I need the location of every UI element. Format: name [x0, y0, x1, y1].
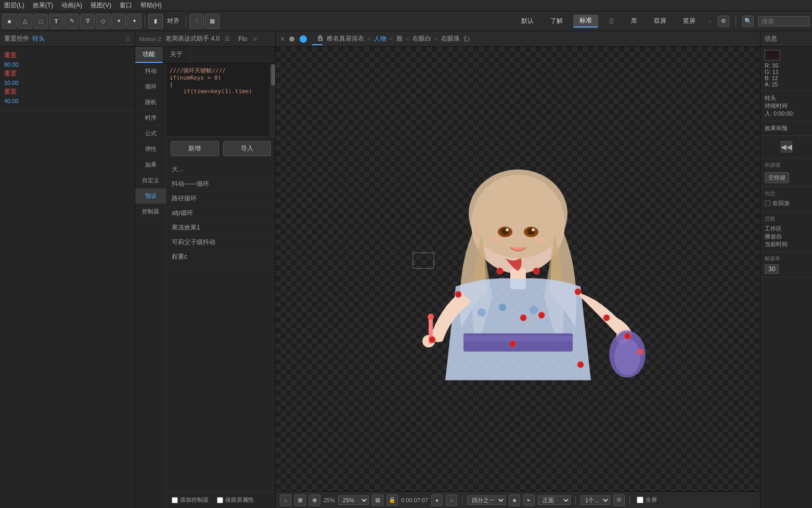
vp-comp-btn[interactable]: ▦	[372, 494, 383, 506]
import-btn[interactable]: 导入	[223, 141, 272, 156]
menu-item-view[interactable]: 视图(V)	[91, 1, 111, 10]
sidebar-random[interactable]: 随机	[135, 95, 166, 110]
viewport-canvas[interactable]	[276, 47, 760, 491]
nav-tab-small[interactable]: ☰	[602, 16, 621, 27]
breadcrumb-righteye[interactable]: 右眼白	[413, 34, 431, 43]
fullscreen-checkbox[interactable]: 全屏	[637, 496, 657, 504]
list-item-7[interactable]: 权重c	[166, 250, 275, 264]
settings-btn[interactable]: ⚙	[718, 16, 729, 27]
nav-tab-dual[interactable]: 双屏	[648, 15, 673, 27]
tool-pen[interactable]: ✎	[65, 14, 79, 29]
fullscreen-input[interactable]	[637, 497, 643, 503]
sidebar-if[interactable]: 如果	[135, 157, 166, 173]
tool-select[interactable]: ■	[2, 14, 17, 29]
tool-rotate[interactable]: △	[18, 14, 32, 29]
reset-btn-1[interactable]: 重置	[4, 51, 131, 60]
vp-viewer-btn[interactable]: ■	[509, 494, 520, 506]
left-panel-menu[interactable]: ☰	[125, 35, 131, 43]
tool-scale[interactable]: □	[33, 14, 48, 29]
nav-tab-library[interactable]: 库	[625, 15, 643, 27]
tool-anchor[interactable]: ∇	[80, 14, 95, 29]
vp-lock-icon[interactable]	[300, 35, 307, 43]
menu-bar: 图层(L) 效果(T) 动画(A) 视图(V) 窗口 帮助(H)	[0, 0, 812, 11]
sidebar-custom[interactable]: 自定义	[135, 173, 166, 188]
nav-tab-learn[interactable]: 了解	[544, 15, 569, 27]
framerate-value[interactable]: 30	[765, 264, 779, 274]
expr-motion2[interactable]: Motion 2	[139, 36, 161, 42]
sidebar-seq[interactable]: 时序	[135, 110, 166, 126]
vp-camera-btn[interactable]: ●	[431, 494, 443, 506]
sidebar-formula[interactable]: 公式	[135, 126, 166, 142]
vp-lock-btn[interactable]: 🔒	[386, 494, 398, 506]
nav-tab-default[interactable]: 默认	[515, 15, 540, 27]
add-controller-checkbox[interactable]: 添加控制器	[172, 496, 209, 504]
expr-tab-about[interactable]: 关于	[163, 47, 190, 63]
list-item-3[interactable]: 路径循环	[166, 192, 275, 206]
reset-btn-3[interactable]: 重置	[4, 87, 131, 96]
sidebar-controller[interactable]: 控制器	[135, 204, 166, 220]
expr-settings[interactable]: ☰	[225, 35, 230, 42]
vp-fast-btn[interactable]: ▸	[523, 494, 535, 506]
vp-mask-btn[interactable]: ◉	[309, 494, 320, 506]
add-btn[interactable]: 新增	[171, 141, 219, 156]
tool-snapping[interactable]: ⋮	[189, 14, 204, 29]
loopback-checkbox[interactable]	[765, 200, 770, 206]
tool-grid[interactable]: ▦	[205, 14, 220, 29]
playback-btn: ◀◀	[761, 136, 812, 158]
sidebar-spring[interactable]: 弹性	[135, 142, 166, 157]
view-select[interactable]: 正面 左视图	[538, 496, 571, 505]
breadcrumb-person[interactable]: 人物	[374, 34, 386, 43]
list-item-6[interactable]: 可莉父子级抖动	[166, 235, 275, 250]
vp-color-dot	[289, 36, 294, 42]
nav-tab-standard[interactable]: 标准	[573, 15, 598, 28]
svg-point-33	[603, 315, 610, 321]
menu-item-help[interactable]: 帮助(H)	[140, 1, 162, 10]
expr-more[interactable]: »	[253, 35, 257, 43]
play-btn[interactable]: ◀◀	[781, 141, 792, 153]
comp-count-select[interactable]: 1个...	[581, 496, 610, 505]
expr-flo[interactable]: Flo	[238, 35, 247, 43]
expr-tab-function[interactable]: 功能	[135, 47, 163, 63]
list-item-2[interactable]: 抖动——循环	[166, 177, 275, 192]
tool-puppet[interactable]: ✦	[127, 14, 141, 29]
sidebar-shake[interactable]: 抖动	[135, 63, 166, 79]
tool-text[interactable]: T	[49, 14, 63, 29]
vp-settings-btn[interactable]: ⚙	[613, 494, 625, 506]
search-btn[interactable]: 🔍	[742, 16, 754, 27]
vp-view-btn[interactable]: ▣	[294, 494, 306, 506]
left-panel-title-active[interactable]: 转头	[32, 34, 45, 43]
menu-item-layers[interactable]: 图层(L)	[4, 1, 24, 10]
sidebar-preset[interactable]: 预设	[135, 188, 166, 204]
keep-attrs-input[interactable]	[217, 497, 223, 503]
tool-paint[interactable]: ◇	[96, 14, 110, 29]
search-input[interactable]	[758, 16, 810, 27]
add-controller-input[interactable]	[172, 497, 178, 503]
breadcrumb-pupil[interactable]: 右眼珠	[441, 34, 460, 43]
shortcut-key[interactable]: 空格键	[765, 172, 789, 183]
menu-item-animation[interactable]: 动画(A)	[61, 1, 82, 10]
zoom-select[interactable]: 25% 50% 100%	[338, 496, 369, 505]
list-item-5[interactable]: 果冻效果1	[166, 221, 275, 235]
keep-attrs-checkbox[interactable]: 保留原属性	[217, 496, 254, 504]
nav-tab-vertical[interactable]: 竖屏	[677, 15, 702, 27]
tool-clone[interactable]: ✦	[111, 14, 126, 29]
sidebar-loop[interactable]: 循环	[135, 79, 166, 95]
reset-btn-2[interactable]: 重置	[4, 69, 131, 78]
breadcrumb-root[interactable]: 椎名真昼浴衣	[327, 34, 364, 43]
viewport-area: ✕ 合成 人物 ☰ | 图层 左高光2 素材（无） 椎名真昼浴衣 < 人物 < …	[276, 31, 760, 508]
menu-item-effects[interactable]: 效果(T)	[33, 1, 53, 10]
svg-point-23	[614, 339, 640, 375]
list-item-1[interactable]: 大...	[166, 162, 275, 177]
code-editor[interactable]: ////循环关键帧//// if(numKeys > 0) { if(time<…	[166, 63, 270, 136]
vp-home-btn[interactable]: ⌂	[280, 494, 291, 506]
menu-item-window[interactable]: 窗口	[120, 1, 132, 10]
code-scrollbar[interactable]	[270, 63, 275, 136]
svg-point-28	[575, 289, 581, 295]
quality-select[interactable]: 四分之一 二分之一 完整	[467, 496, 506, 505]
vp-close-icon[interactable]: ✕	[280, 35, 285, 43]
vp-color-btn[interactable]: ○	[446, 494, 457, 506]
tool-align[interactable]: ▮	[148, 14, 163, 29]
list-item-4[interactable]: afp循环	[166, 206, 275, 221]
breadcrumb-face[interactable]: 脸	[396, 34, 403, 43]
nav-overflow[interactable]: »	[708, 18, 712, 25]
